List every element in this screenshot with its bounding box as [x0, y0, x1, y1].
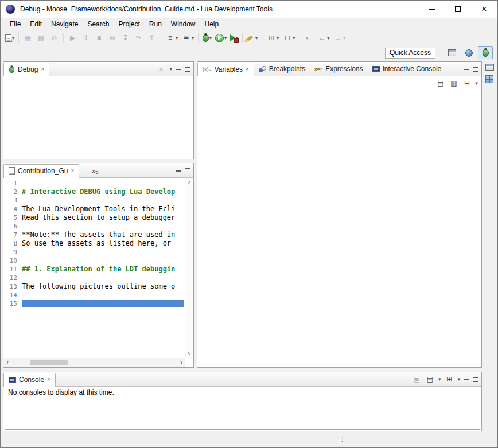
editor-body[interactable]: 1 2# Interactive DEBUG using Lua Develop… [3, 178, 193, 367]
step-into-button[interactable]: ↧ [119, 32, 131, 44]
menu-project[interactable]: Project [114, 18, 144, 30]
save-button[interactable]: ▦ [22, 32, 34, 44]
run-button[interactable]: ▾ [214, 32, 228, 44]
editor-tab-overflow-button[interactable]: » 5 [92, 167, 98, 177]
search-button[interactable]: ▾ [246, 32, 259, 44]
close-button[interactable]: × [471, 1, 497, 18]
editor-line[interactable]: 2# Interactive DEBUG using Lua Develop [3, 188, 185, 196]
menu-window[interactable]: Window [166, 18, 200, 30]
coverage-button[interactable]: ≣ ▾ [180, 32, 195, 44]
remove-terminated-icon[interactable]: × [156, 64, 166, 74]
chevron-down-icon[interactable]: ▾ [192, 36, 194, 41]
tab-console[interactable]: Console × [3, 373, 56, 387]
editor-line[interactable]: 11## 1. Explanation of the LDT debuggin [3, 265, 185, 274]
view-menu-icon[interactable]: ▾ [475, 80, 478, 86]
display-console-icon[interactable]: ▤ [425, 375, 435, 384]
open-element-button[interactable]: ⊟ ▾ [281, 32, 296, 44]
tab-breakpoints[interactable]: Breakpoints [254, 62, 310, 76]
show-logical-structure-icon[interactable]: ▥ [449, 79, 458, 88]
profile-button[interactable]: ≡ ▾ [164, 32, 179, 44]
skip-breakpoints-button[interactable]: ⊘ [48, 32, 60, 44]
vertical-scrollbar[interactable]: ∧ ∨ [185, 178, 193, 358]
ldt-perspective-button[interactable] [461, 46, 476, 59]
close-icon[interactable]: × [71, 168, 74, 174]
scroll-down-icon[interactable]: ∨ [188, 350, 192, 356]
variables-tree-area[interactable] [197, 90, 481, 367]
editor-line[interactable]: 14 [3, 291, 185, 299]
maximize-view-icon[interactable] [473, 377, 478, 382]
new-button[interactable]: ▾ [4, 32, 15, 44]
menu-edit[interactable]: Edit [25, 18, 46, 30]
forward-button[interactable]: → ▾ [332, 32, 347, 44]
open-console-icon[interactable]: ⊞ [444, 375, 454, 384]
debug-tree-area[interactable] [3, 76, 193, 159]
pin-console-icon[interactable]: ▣ [412, 375, 422, 384]
sash-handle[interactable]: ⋮ [339, 435, 345, 443]
chevron-down-icon[interactable]: ▾ [457, 376, 460, 382]
maximize-view-icon[interactable] [473, 67, 478, 72]
editor-line[interactable]: 13The following pictures outline some o [3, 282, 185, 291]
open-perspective-button[interactable] [445, 46, 460, 59]
editor-line[interactable]: 12 [3, 274, 185, 282]
last-edit-location-button[interactable]: ⇤ [302, 32, 314, 44]
quick-access-field[interactable]: Quick Access [385, 48, 435, 59]
back-button[interactable]: ← ▾ [316, 32, 330, 44]
chevron-down-icon[interactable]: ▾ [224, 36, 227, 41]
menu-navigate[interactable]: Navigate [46, 18, 83, 30]
scroll-up-icon[interactable]: ∧ [188, 180, 192, 185]
minimize-view-icon[interactable] [176, 68, 181, 70]
horizontal-scrollbar[interactable]: ‹ › [3, 358, 185, 367]
show-type-names-icon[interactable]: ▤ [435, 79, 445, 88]
collapse-all-icon[interactable]: ⊟ [462, 79, 472, 88]
editor-line[interactable]: 9 [3, 248, 185, 256]
menu-help[interactable]: Help [200, 18, 224, 30]
chevron-down-icon[interactable]: ▾ [176, 36, 178, 41]
external-tools-button[interactable]: ▾ [229, 32, 239, 44]
save-all-button[interactable]: ▩ [35, 32, 47, 44]
view-menu-icon[interactable]: ▾ [169, 66, 172, 72]
editor-line[interactable]: 5Read this section to setup a debugger [3, 213, 185, 222]
scrollbar-thumb[interactable] [30, 360, 68, 365]
resume-button[interactable]: ▶ [67, 32, 79, 44]
editor-line[interactable]: 4The Lua Development Tools in the Ecli [3, 205, 185, 213]
scroll-right-icon[interactable]: › [180, 359, 182, 367]
tab-debug[interactable]: Debug × [3, 63, 49, 76]
editor-line[interactable]: 8So use the assets as listed here, or [3, 239, 185, 248]
tab-variables[interactable]: (x)= Variables × [197, 63, 254, 76]
maximize-view-icon[interactable] [185, 67, 190, 72]
tab-contribution-guide[interactable]: Contribution_Gu × [3, 164, 79, 178]
editor-line[interactable]: 3 [3, 196, 185, 205]
minimize-button[interactable] [418, 1, 445, 18]
terminate-button[interactable]: ■ [93, 32, 105, 44]
tab-interactive-console[interactable]: Interactive Console [368, 62, 446, 76]
step-return-button[interactable]: ↥ [146, 32, 158, 44]
editor-line[interactable]: 10 [3, 256, 185, 265]
close-icon[interactable]: × [47, 377, 50, 383]
maximize-view-icon[interactable] [185, 168, 190, 173]
editor-line[interactable]: 6 [3, 222, 185, 231]
editor-line[interactable]: 7**Note:** The assets that are used in [3, 231, 185, 239]
minimize-view-icon[interactable] [464, 68, 469, 70]
disconnect-button[interactable]: ⊠ [106, 32, 118, 44]
chevron-down-icon[interactable]: ▾ [293, 36, 295, 41]
menu-run[interactable]: Run [145, 18, 166, 30]
minimize-view-icon[interactable] [464, 378, 469, 380]
chevron-down-icon[interactable]: ▾ [277, 36, 279, 41]
minimize-view-icon[interactable] [176, 169, 181, 172]
chevron-down-icon[interactable]: ▾ [438, 376, 441, 382]
close-icon[interactable]: × [246, 67, 249, 72]
chevron-down-icon[interactable]: ▾ [327, 36, 329, 41]
editor-line[interactable]: 15 [3, 299, 185, 308]
debug-button[interactable]: ▾ [201, 32, 213, 44]
editor-area-icon[interactable] [485, 75, 493, 83]
suspend-button[interactable]: ‖ [80, 32, 92, 44]
menu-file[interactable]: File [5, 18, 25, 30]
new-wizard-button[interactable]: ⊞ ▾ [265, 32, 280, 44]
console-output-area[interactable]: No consoles to display at this time. [5, 387, 480, 430]
scroll-left-icon[interactable]: ‹ [6, 359, 9, 367]
debug-perspective-button[interactable] [478, 46, 493, 59]
tab-expressions[interactable]: x=? Expressions [310, 62, 367, 76]
editor-lines[interactable]: 1 2# Interactive DEBUG using Lua Develop… [3, 179, 185, 358]
restore-view-icon[interactable] [485, 64, 494, 71]
close-icon[interactable]: × [41, 67, 44, 72]
